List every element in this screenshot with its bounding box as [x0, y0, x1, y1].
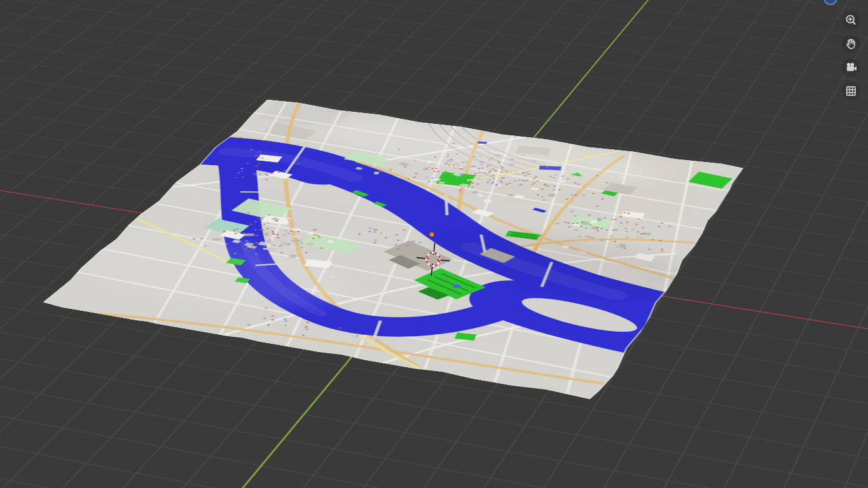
- viewport-nav-gizmos: [842, 11, 860, 100]
- projection-toggle-button[interactable]: [842, 82, 860, 100]
- blender-3d-viewport[interactable]: [0, 0, 868, 488]
- pan-tool-button[interactable]: [842, 35, 860, 53]
- movie-camera-icon: [844, 61, 857, 74]
- map-plane-object[interactable]: [41, 98, 745, 400]
- grid-icon: [844, 85, 857, 97]
- camera-view-button[interactable]: [842, 58, 860, 76]
- viewport-floor-grid: [0, 0, 868, 488]
- map-texture: [41, 98, 745, 400]
- zoom-tool-button[interactable]: [842, 11, 860, 29]
- hand-icon: [844, 37, 857, 50]
- magnifier-plus-icon: [844, 14, 857, 27]
